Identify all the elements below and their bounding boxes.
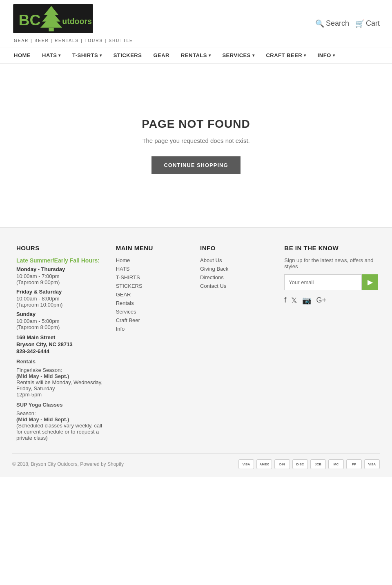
social-icons: f 𝕏 📷 G+ [284, 296, 376, 305]
page-title: PAGE NOT FOUND [142, 118, 250, 131]
svg-rect-4 [49, 28, 53, 31]
search-button[interactable]: 🔍 Search [315, 19, 349, 28]
nav-rentals[interactable]: RENTALS ▾ [175, 47, 216, 63]
cart-button[interactable]: 🛒 Cart [355, 19, 380, 28]
hours-fri-sat: Friday & Saturday 10:00am - 8:00pm (Tapr… [16, 289, 108, 308]
footer-menu-rentals[interactable]: Rentals [116, 300, 192, 306]
footer-menu-craft-beer[interactable]: Craft Beer [116, 317, 192, 323]
cart-label: Cart [366, 19, 380, 28]
footer: HOURS Late Summer/Early Fall Hours: Mond… [0, 227, 392, 477]
email-input[interactable] [284, 274, 362, 290]
nav-tshirts-label: T-SHIRTS [72, 52, 98, 58]
footer-info-about[interactable]: About Us [200, 257, 276, 263]
nav-gear[interactable]: GEAR [147, 47, 175, 63]
chevron-down-icon: ▾ [333, 53, 335, 58]
footer-menu-info[interactable]: Info [116, 326, 192, 332]
rentals-hours: 12pm-5pm [16, 391, 108, 398]
main-nav: HOME HATS ▾ T-SHIRTS ▾ STICKERS GEAR REN… [0, 47, 392, 64]
rentals-link[interactable]: Rentals [16, 358, 108, 365]
info-title: INFO [200, 245, 276, 251]
street-address: 169 Main Street [16, 334, 108, 340]
twitter-icon[interactable]: 𝕏 [291, 296, 297, 305]
email-subscribe-row: ▶ [284, 274, 376, 290]
rentals-season: Fingerlake Season: [16, 367, 108, 373]
footer-menu-stickers[interactable]: STICKERS [116, 283, 192, 289]
page-not-found-message: The page you requested does not exist. [142, 137, 250, 144]
google-plus-icon[interactable]: G+ [316, 296, 326, 305]
nav-hats[interactable]: HATS ▾ [36, 47, 67, 63]
nav-info[interactable]: INFO ▾ [312, 47, 341, 63]
nav-craft-beer[interactable]: CRAFT BEER ▾ [260, 47, 312, 63]
facebook-icon[interactable]: f [284, 296, 286, 305]
nav-gear-label: GEAR [153, 52, 169, 58]
footer-info-directions[interactable]: Directions [200, 274, 276, 280]
hours-mon-thu: Monday - Thursday 10:00am - 7:00pm (Tapr… [16, 266, 108, 285]
footer-hours-column: HOURS Late Summer/Early Fall Hours: Mond… [12, 245, 112, 441]
payment-mastercard-icon: MC [328, 459, 344, 469]
copyright-text: © 2018, Bryson City Outdoors, Powered by… [12, 461, 124, 467]
footer-bottom: © 2018, Bryson City Outdoors, Powered by… [12, 453, 380, 469]
chevron-down-icon: ▾ [252, 53, 255, 58]
payment-icons: VISA AMEX DIN DISC JCB MC PP VISA [238, 459, 380, 469]
sun-taproom: (Taproom 8:00pm) [16, 324, 108, 330]
svg-text:utdoors: utdoors [62, 17, 92, 26]
mon-thu-label: Monday - Thursday [16, 266, 108, 272]
subscribe-description: Sign up for the latest news, offers and … [284, 257, 376, 269]
tagline: GEAR | BEER | RENTALS | TOURS | SHUTTLE [12, 38, 133, 43]
header-icons: 🔍 Search 🛒 Cart [315, 19, 380, 28]
nav-hats-label: HATS [42, 52, 57, 58]
nav-tshirts[interactable]: T-SHIRTS ▾ [67, 47, 108, 63]
footer-info-giving-back[interactable]: Giving Back [200, 266, 276, 272]
nav-stickers[interactable]: STICKERS [108, 47, 148, 63]
footer-menu-services[interactable]: Services [116, 309, 192, 315]
logo: BC utdoors [12, 4, 94, 37]
footer-info-column: INFO About Us Giving Back Directions Con… [196, 245, 280, 441]
phone-number: 828-342-6444 [16, 348, 108, 354]
footer-menu-gear[interactable]: GEAR [116, 291, 192, 298]
sun-hours: 10:00am - 5:00pm [16, 318, 108, 324]
nav-rentals-label: RENTALS [181, 52, 207, 58]
sup-dates: (Mid May - Mid Sept.) [16, 416, 108, 423]
chevron-down-icon: ▾ [304, 53, 306, 58]
nav-services[interactable]: SERVICES ▾ [216, 47, 260, 63]
fri-sat-taproom: (Taproom 10:00pm) [16, 302, 108, 308]
svg-text:BC: BC [19, 11, 41, 29]
main-content: PAGE NOT FOUND The page you requested do… [0, 64, 392, 227]
rentals-schedule: Rentals will be Monday, Wednesday, Frida… [16, 379, 108, 391]
logo-area: BC utdoors GEAR | BEER | RENTALS | TOURS… [12, 4, 133, 43]
nav-home[interactable]: HOME [8, 47, 36, 63]
footer-main-menu-column: MAIN MENU Home HATS T-SHIRTS STICKERS GE… [112, 245, 196, 441]
footer-subscribe-column: BE IN THE KNOW Sign up for the latest ne… [280, 245, 380, 441]
sup-link[interactable]: SUP Yoga Classes [16, 402, 108, 408]
rentals-dates: (Mid May - Mid Sept.) [16, 373, 108, 379]
hours-season-label: Late Summer/Early Fall Hours: [16, 257, 108, 264]
city-state: Bryson City, NC 28713 [16, 341, 108, 347]
footer-menu-home[interactable]: Home [116, 257, 192, 263]
footer-menu-hats[interactable]: HATS [116, 266, 192, 272]
payment-paypal-icon: PP [346, 459, 362, 469]
subscribe-button[interactable]: ▶ [362, 274, 378, 290]
nav-home-label: HOME [14, 52, 31, 58]
subscribe-title: BE IN THE KNOW [284, 245, 376, 251]
payment-visa2-icon: VISA [364, 459, 380, 469]
mon-thu-taproom: (Taproom 9:00pm) [16, 279, 108, 285]
payment-diners-icon: DIN [274, 459, 290, 469]
sun-label: Sunday [16, 311, 108, 317]
chevron-down-icon: ▾ [100, 53, 102, 58]
search-label: Search [326, 19, 349, 28]
payment-visa-icon: VISA [238, 459, 254, 469]
sup-season: Season: [16, 410, 108, 416]
hours-title: HOURS [16, 245, 108, 251]
instagram-icon[interactable]: 📷 [302, 296, 311, 305]
site-header: BC utdoors GEAR | BEER | RENTALS | TOURS… [0, 0, 392, 47]
nav-services-label: SERVICES [222, 52, 251, 58]
continue-shopping-button[interactable]: CONTINUE SHOPPING [151, 156, 240, 174]
mon-thu-hours: 10:00am - 7:00pm [16, 273, 108, 279]
footer-menu-tshirts[interactable]: T-SHIRTS [116, 274, 192, 280]
payment-discover-icon: DISC [292, 459, 308, 469]
main-menu-title: MAIN MENU [116, 245, 192, 251]
payment-jcb-icon: JCB [310, 459, 326, 469]
fri-sat-hours: 10:00am - 8:00pm [16, 296, 108, 302]
footer-info-contact[interactable]: Contact Us [200, 283, 276, 289]
footer-columns: HOURS Late Summer/Early Fall Hours: Mond… [12, 245, 380, 441]
